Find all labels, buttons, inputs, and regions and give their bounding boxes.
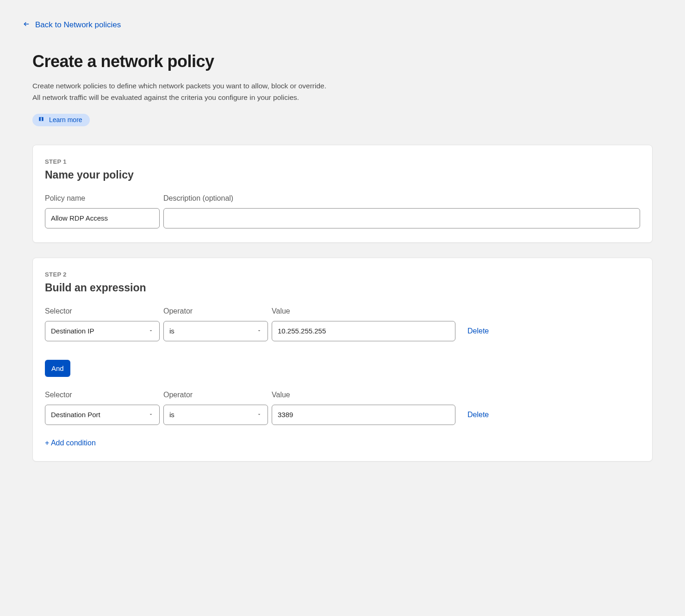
value-input[interactable] — [272, 405, 455, 425]
policy-name-input[interactable] — [45, 208, 160, 228]
step-2-eyebrow: STEP 2 — [45, 271, 640, 278]
policy-name-label: Policy name — [45, 194, 160, 203]
operator-label: Operator — [163, 391, 268, 399]
step-2-title: Build an expression — [45, 282, 640, 294]
book-icon — [38, 116, 44, 124]
value-label: Value — [272, 391, 455, 399]
value-input[interactable] — [272, 321, 455, 341]
and-label: And — [51, 364, 64, 372]
learn-more-button[interactable]: Learn more — [32, 114, 90, 126]
and-conjunction-chip[interactable]: And — [45, 360, 70, 377]
selector-dropdown[interactable]: Destination IP — [45, 321, 160, 341]
step-1-title: Name your policy — [45, 169, 640, 181]
delete-row-button[interactable]: Delete — [467, 327, 489, 335]
expression-row: Selector Destination Port Operator is Va… — [45, 391, 640, 425]
learn-more-label: Learn more — [49, 116, 82, 123]
selector-label: Selector — [45, 307, 160, 315]
operator-value: is — [169, 411, 174, 419]
selector-label: Selector — [45, 391, 160, 399]
selector-value: Destination Port — [51, 411, 100, 419]
value-label: Value — [272, 307, 455, 315]
caret-down-icon — [256, 411, 262, 419]
add-condition-button[interactable]: + Add condition — [45, 439, 96, 447]
step-1-card: STEP 1 Name your policy Policy name Desc… — [32, 145, 653, 243]
operator-dropdown[interactable]: is — [163, 405, 268, 425]
page-title: Create a network policy — [32, 52, 662, 71]
caret-down-icon — [256, 327, 262, 335]
selector-value: Destination IP — [51, 327, 94, 335]
operator-label: Operator — [163, 307, 268, 315]
back-to-network-policies-link[interactable]: Back to Network policies — [23, 20, 121, 30]
operator-value: is — [169, 327, 174, 335]
back-link-label: Back to Network policies — [35, 20, 121, 30]
caret-down-icon — [148, 327, 154, 335]
description-input[interactable] — [163, 208, 640, 228]
selector-dropdown[interactable]: Destination Port — [45, 405, 160, 425]
page-description: Create network policies to define which … — [32, 80, 329, 104]
step-2-card: STEP 2 Build an expression Selector Dest… — [32, 258, 653, 462]
operator-dropdown[interactable]: is — [163, 321, 268, 341]
description-label: Description (optional) — [163, 194, 640, 203]
step-1-eyebrow: STEP 1 — [45, 158, 640, 165]
delete-row-button[interactable]: Delete — [467, 411, 489, 419]
expression-row: Selector Destination IP Operator is Valu… — [45, 307, 640, 341]
caret-down-icon — [148, 411, 154, 419]
arrow-left-icon — [23, 20, 30, 30]
